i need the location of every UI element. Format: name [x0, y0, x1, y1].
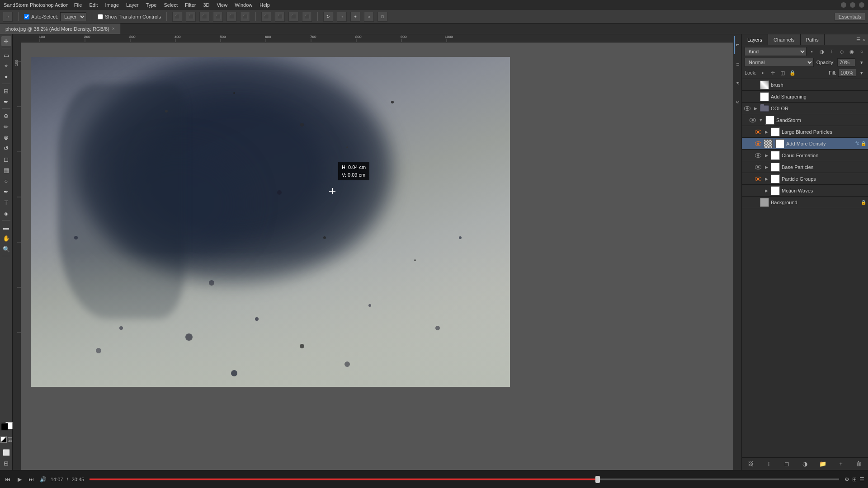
history-tool[interactable]: ↺ — [1, 143, 11, 153]
zoom-tool[interactable]: 🔍 — [1, 244, 11, 254]
layer-visibility-btn[interactable] — [755, 164, 762, 171]
menu-help[interactable]: Help — [259, 2, 270, 8]
menu-edit[interactable]: Edit — [89, 2, 98, 8]
delete-layer-btn[interactable]: 🗑 — [855, 460, 863, 468]
layer-visibility-btn[interactable] — [755, 128, 762, 136]
tab-close[interactable]: × — [112, 26, 115, 31]
timeline-scrubber[interactable] — [595, 476, 600, 483]
tab-channels[interactable]: Channels — [768, 34, 800, 45]
timeline-frame-icon[interactable]: ⊞ — [852, 476, 857, 483]
timeline-menu-icon[interactable]: ☰ — [859, 476, 864, 483]
auto-select-dropdown[interactable]: Layer — [60, 12, 86, 21]
panel-close-btn[interactable]: × — [863, 37, 865, 42]
timeline-progress-bar[interactable] — [90, 479, 839, 480]
quick-mask-btn[interactable]: ⬜ — [1, 447, 11, 457]
3d-mode-btn[interactable]: ⬛ — [302, 12, 312, 22]
canvas-document[interactable]: H: 0.04 cm V: 0.09 cm — [31, 57, 510, 387]
panel-icon-history[interactable]: H — [734, 55, 741, 73]
lock-artboard-btn[interactable]: ◫ — [779, 69, 786, 76]
layer-visibility-btn[interactable] — [744, 81, 751, 89]
layer-item[interactable]: Add More Density fx 🔒 — [742, 138, 868, 150]
rotate-3d-btn[interactable]: ↻ — [323, 12, 333, 22]
maximize-btn[interactable] — [850, 2, 855, 8]
eraser-tool[interactable]: ◻ — [1, 154, 11, 164]
add-style-btn[interactable]: f — [765, 460, 773, 468]
add-mask-btn[interactable]: ◻ — [783, 460, 791, 468]
tab-layers[interactable]: Layers — [742, 34, 768, 45]
canvas-area[interactable]: 100 200 300 400 500 600 700 800 900 1000… — [13, 34, 733, 470]
smart-filter-icon[interactable]: ◉ — [848, 48, 855, 55]
document-tab[interactable]: photo.jpg @ 38.2% (Add More Density, RGB… — [0, 23, 121, 34]
align-bottom-btn[interactable]: ⬛ — [240, 12, 250, 22]
layer-visibility-btn[interactable] — [744, 93, 751, 100]
foreground-color[interactable] — [1, 423, 8, 430]
layer-item[interactable]: ▶ Cloud Formation — [742, 150, 868, 161]
link-layers-btn[interactable]: ⛓ — [747, 460, 755, 468]
layer-expand-btn[interactable]: ▼ — [758, 117, 764, 123]
panel-icon-swatches[interactable]: S — [734, 93, 741, 111]
layer-item[interactable]: brush — [742, 79, 868, 91]
menu-filter[interactable]: Filter — [185, 2, 196, 8]
path-select-tool[interactable]: ◈ — [1, 208, 11, 218]
layer-visibility-btn[interactable] — [755, 140, 762, 147]
menu-3d[interactable]: 3D — [203, 2, 209, 8]
lock-position-btn[interactable]: ✛ — [769, 69, 776, 76]
new-layer-btn[interactable]: + — [837, 460, 844, 468]
layer-expand-btn[interactable]: ▶ — [764, 176, 769, 182]
lock-all-btn[interactable]: 🔒 — [789, 69, 796, 76]
layer-expand-btn[interactable]: ▶ — [764, 188, 769, 193]
dodge-tool[interactable]: ○ — [1, 176, 11, 186]
align-center-btn[interactable]: ⬛ — [186, 12, 196, 22]
layer-item[interactable]: ▶ Large Blurred Particles — [742, 126, 868, 138]
rectangle-tool[interactable]: ▬ — [1, 222, 11, 232]
select-rect-tool[interactable]: ▭ — [1, 50, 11, 60]
layer-item[interactable]: ▼ SandStorm — [742, 114, 868, 126]
menu-select[interactable]: Select — [164, 2, 178, 8]
layer-visibility-btn[interactable] — [755, 187, 762, 194]
align-left-btn[interactable]: ⬛ — [172, 12, 182, 22]
orbit-3d-btn[interactable]: ○ — [364, 12, 374, 22]
pen-tool[interactable]: ✒ — [1, 187, 11, 197]
tab-paths[interactable]: Paths — [801, 34, 825, 45]
lock-pixel-btn[interactable]: ▪ — [759, 69, 766, 76]
crop-tool[interactable]: ⊞ — [1, 86, 11, 96]
move-tool[interactable]: ✛ — [1, 36, 11, 46]
layer-visibility-btn[interactable] — [749, 117, 756, 124]
distribute-right-btn[interactable]: ⬛ — [288, 12, 298, 22]
minimize-btn[interactable] — [841, 2, 846, 8]
layer-expand-btn[interactable]: ▶ — [764, 164, 769, 170]
align-right-btn[interactable]: ⬛ — [199, 12, 209, 22]
kind-dropdown[interactable]: Kind — [745, 47, 807, 56]
new-adjustment-btn[interactable]: ◑ — [801, 460, 808, 468]
swap-colors-btn[interactable]: ↔ — [8, 437, 12, 442]
layer-expand-btn[interactable]: ▶ — [764, 153, 769, 158]
lasso-tool[interactable]: ⌖ — [1, 61, 11, 71]
fill-arrow[interactable]: ▾ — [858, 69, 865, 76]
align-middle-btn[interactable]: ⬛ — [226, 12, 236, 22]
layer-visibility-btn[interactable] — [744, 199, 751, 206]
panel-menu-btn[interactable]: ☰ — [856, 37, 861, 42]
layer-visibility-btn[interactable] — [755, 152, 762, 159]
layer-list[interactable]: brush Add Sharpening ▶ COLOR — [742, 79, 868, 457]
fill-input[interactable] — [838, 69, 856, 77]
timeline-audio-btn[interactable]: 🔊 — [39, 475, 47, 483]
layer-item[interactable]: Add Sharpening — [742, 91, 868, 103]
new-group-btn[interactable]: 📁 — [819, 460, 826, 468]
essentials-button[interactable]: Essentials — [835, 13, 865, 21]
type-tool[interactable]: T — [1, 197, 11, 207]
menu-type[interactable]: Type — [146, 2, 157, 8]
menu-image[interactable]: Image — [105, 2, 119, 8]
menu-file[interactable]: File — [74, 2, 82, 8]
pixel-filter-icon[interactable]: ▪ — [808, 48, 816, 55]
menu-view[interactable]: View — [217, 2, 227, 8]
move-tool-icon[interactable]: ↔ — [3, 12, 13, 22]
timeline-prev-btn[interactable]: ⏮ — [4, 475, 12, 483]
layer-item[interactable]: ▶ Base Particles — [742, 161, 868, 173]
type-filter-icon[interactable]: T — [828, 48, 835, 55]
layer-visibility-btn[interactable] — [744, 105, 751, 112]
layer-expand-btn[interactable]: ▶ — [764, 129, 769, 135]
clone-stamp-tool[interactable]: ⊗ — [1, 132, 11, 142]
timeline-settings-icon[interactable]: ⚙ — [844, 476, 849, 483]
hand-tool[interactable]: ✋ — [1, 233, 11, 243]
auto-select-checkbox[interactable] — [24, 14, 29, 19]
